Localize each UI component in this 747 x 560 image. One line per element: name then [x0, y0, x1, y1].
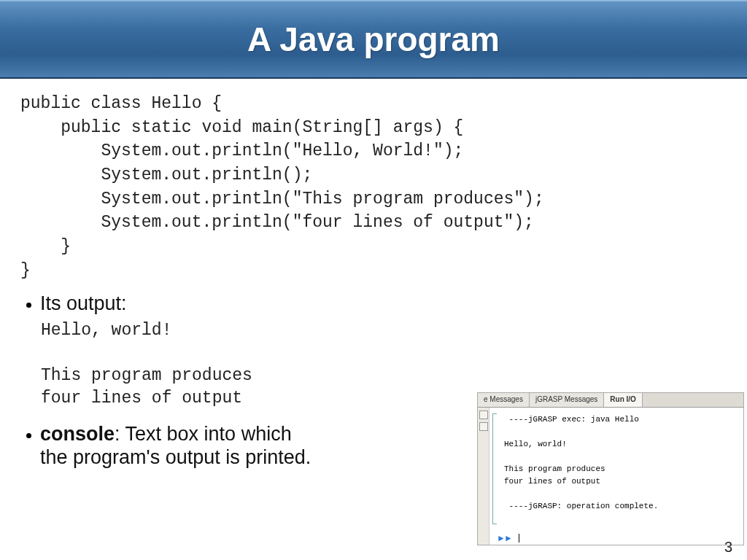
bullet-its-output: Its output:	[26, 292, 727, 315]
tab-messages[interactable]: e Messages	[478, 393, 530, 407]
console-output-text: ----jGRASP exec: java Hello Hello, world…	[504, 413, 739, 513]
tab-jgrasp-messages[interactable]: jGRASP Messages	[530, 393, 604, 407]
output-bracket-icon	[492, 413, 497, 524]
cursor-icon	[519, 534, 519, 542]
console-controls: ►►	[497, 533, 519, 543]
console-main: ----jGRASP exec: java Hello Hello, world…	[489, 408, 743, 545]
page-number: 3	[724, 539, 732, 556]
console-gutter	[478, 408, 489, 545]
slide-title: A Java program	[247, 20, 500, 59]
gutter-button[interactable]	[479, 422, 488, 431]
play-icon[interactable]: ►►	[497, 533, 511, 543]
bullet-text: Its output:	[40, 292, 127, 315]
tab-run-io[interactable]: Run I/O	[604, 393, 643, 407]
bullet-dot-icon	[26, 303, 31, 308]
java-code-block: public class Hello { public static void …	[20, 92, 727, 282]
console-tabs: e Messages jGRASP Messages Run I/O	[478, 393, 743, 408]
bullet-dot-icon	[26, 433, 31, 438]
jgrasp-console-screenshot: e Messages jGRASP Messages Run I/O ----j…	[477, 392, 744, 545]
console-term: console	[40, 423, 115, 445]
bullet-text: console: Text box into which the program…	[40, 423, 311, 468]
console-body: ----jGRASP exec: java Hello Hello, world…	[478, 408, 743, 545]
gutter-button[interactable]	[479, 411, 488, 419]
title-bar: A Java program	[0, 0, 747, 79]
